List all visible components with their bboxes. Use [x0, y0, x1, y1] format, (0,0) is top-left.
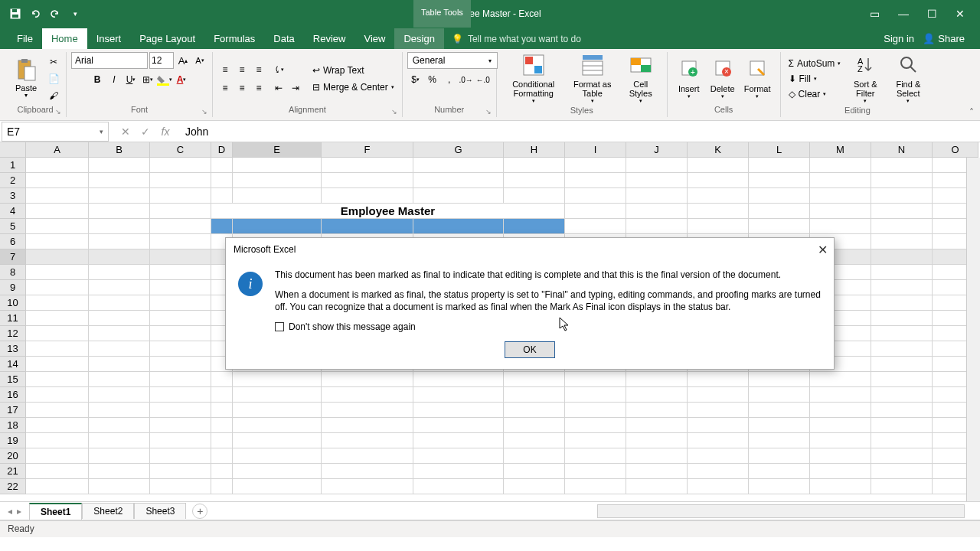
cell[interactable] [871, 418, 933, 433]
cell[interactable] [89, 173, 150, 188]
cell[interactable] [211, 158, 233, 173]
cell[interactable] [150, 479, 211, 494]
tell-me-search[interactable]: 💡 Tell me what you want to do [444, 29, 589, 49]
row-header[interactable]: 14 [0, 357, 26, 372]
cell[interactable] [150, 219, 211, 234]
cell[interactable] [504, 387, 565, 403]
cell[interactable] [626, 448, 688, 464]
cell[interactable] [504, 479, 565, 494]
align-middle-icon[interactable]: ≡ [234, 62, 250, 77]
sheet-tab-1[interactable]: Sheet1 [29, 503, 82, 520]
row-header[interactable]: 18 [0, 418, 26, 433]
font-color-icon[interactable]: A▾ [174, 72, 189, 87]
cell[interactable] [688, 448, 749, 464]
cell[interactable] [89, 387, 150, 403]
cell[interactable] [211, 173, 233, 188]
cell[interactable] [322, 173, 413, 188]
new-sheet-button[interactable]: + [192, 504, 207, 519]
cell[interactable] [871, 448, 933, 464]
cell[interactable] [413, 372, 504, 387]
insert-cells-button[interactable]: +Insert▾ [672, 57, 706, 101]
cell[interactable] [211, 464, 233, 479]
sheet-nav[interactable]: ◂▸ [0, 506, 29, 517]
cell[interactable] [749, 372, 810, 387]
cell[interactable] [749, 403, 810, 418]
cell[interactable] [413, 418, 504, 433]
name-box[interactable]: E7▾ [2, 122, 109, 142]
cell[interactable] [871, 341, 933, 357]
fill-color-icon[interactable]: ▾ [157, 72, 172, 87]
ok-button[interactable]: OK [505, 341, 555, 358]
cell[interactable] [749, 204, 810, 219]
cell[interactable] [871, 387, 933, 403]
row-header[interactable]: 4 [0, 204, 26, 219]
cell[interactable] [89, 219, 150, 234]
cell[interactable] [871, 158, 933, 173]
cell[interactable] [150, 357, 211, 372]
cell[interactable] [89, 265, 150, 280]
minimize-icon[interactable]: — [898, 8, 909, 20]
cut-icon[interactable]: ✂ [46, 54, 61, 70]
column-header[interactable]: C [150, 142, 211, 158]
paste-button[interactable]: Paste ▾ [9, 56, 43, 101]
cell[interactable] [871, 433, 933, 448]
cell[interactable] [565, 418, 626, 433]
cell[interactable] [26, 418, 89, 433]
cell[interactable] [233, 479, 322, 494]
copy-icon[interactable]: 📄 [46, 71, 61, 86]
row-header[interactable]: 12 [0, 326, 26, 341]
cell[interactable] [413, 464, 504, 479]
cell[interactable] [504, 219, 565, 234]
row-header[interactable]: 19 [0, 433, 26, 448]
cell[interactable] [211, 387, 233, 403]
cell[interactable] [233, 158, 322, 173]
number-format-select[interactable] [407, 52, 498, 69]
percent-icon[interactable]: % [425, 72, 440, 87]
tab-review[interactable]: Review [304, 28, 355, 49]
cell[interactable] [211, 433, 233, 448]
collapse-ribbon-icon[interactable]: ˄ [969, 107, 974, 118]
cell[interactable] [749, 158, 810, 173]
underline-icon[interactable]: U▾ [123, 72, 139, 87]
vertical-scrollbar[interactable] [966, 158, 980, 501]
row-header[interactable]: 1 [0, 158, 26, 173]
sort-filter-button[interactable]: AZSort & Filter▾ [844, 52, 887, 106]
cell[interactable] [810, 158, 871, 173]
cell[interactable] [89, 249, 150, 265]
cell[interactable] [626, 173, 688, 188]
cell[interactable] [211, 418, 233, 433]
tab-home[interactable]: Home [42, 28, 87, 49]
cell[interactable] [749, 448, 810, 464]
cell[interactable] [322, 188, 413, 204]
cell[interactable] [322, 433, 413, 448]
increase-indent-icon[interactable]: ⇥ [288, 80, 303, 96]
cell[interactable] [150, 265, 211, 280]
row-header[interactable]: 20 [0, 448, 26, 464]
cell[interactable] [413, 433, 504, 448]
cell[interactable] [504, 372, 565, 387]
nav-next-icon[interactable]: ▸ [17, 506, 21, 517]
merge-center-button[interactable]: ⊟Merge & Center▾ [309, 80, 397, 94]
cell[interactable] [565, 479, 626, 494]
cell[interactable] [871, 464, 933, 479]
cell[interactable] [322, 158, 413, 173]
column-header[interactable]: N [871, 142, 933, 158]
cell[interactable] [413, 387, 504, 403]
checkbox-icon[interactable] [275, 322, 284, 331]
cell[interactable] [810, 188, 871, 204]
launcher-icon[interactable]: ↘ [391, 108, 397, 116]
column-header[interactable]: K [688, 142, 749, 158]
employee-master-title-cell[interactable]: Employee Master [211, 204, 565, 219]
cell[interactable] [565, 372, 626, 387]
font-size-select[interactable] [149, 52, 174, 69]
cell[interactable] [871, 173, 933, 188]
cell[interactable] [749, 188, 810, 204]
enter-icon[interactable]: ✓ [138, 126, 153, 138]
cell[interactable] [565, 464, 626, 479]
cell[interactable] [26, 387, 89, 403]
cell[interactable] [89, 280, 150, 295]
cell[interactable] [26, 204, 89, 219]
cell[interactable] [150, 249, 211, 265]
cell[interactable] [688, 204, 749, 219]
cell[interactable] [688, 188, 749, 204]
